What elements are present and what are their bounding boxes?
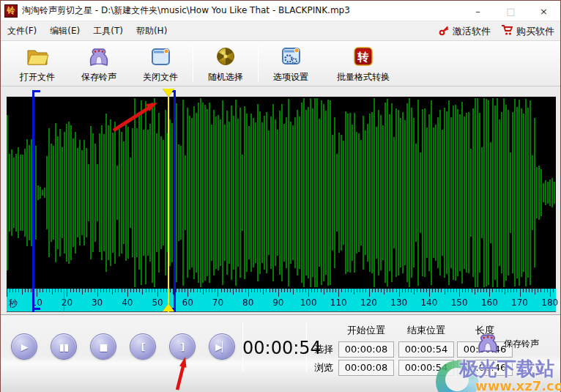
play-selection-icon: ▶▏	[215, 341, 229, 352]
ruler-unit-label: 秒	[9, 297, 18, 310]
close-button[interactable]: ×	[527, 1, 560, 21]
playback-cursor[interactable]	[168, 97, 169, 312]
timeline-ruler[interactable]: 秒 10203040506070809010011012013014015016…	[7, 289, 556, 312]
selection-start-marker[interactable]	[32, 90, 34, 312]
close-file-icon	[149, 45, 172, 70]
header-start-position: 开始位置	[336, 324, 396, 339]
ruler-label: 60	[182, 297, 193, 308]
ruler-label: 80	[242, 297, 253, 308]
stop-button[interactable]: ■	[90, 333, 116, 360]
ruler-label: 120	[360, 297, 377, 308]
ruler-label: 100	[300, 297, 317, 308]
menu-bar: 文件(F) 编辑(E) 工具(T) 帮助(H) 激活软件 购买软件	[1, 21, 560, 41]
selection-end-value: 00:00:54	[398, 341, 454, 358]
mark-end-icon: ]	[181, 341, 185, 352]
menu-file[interactable]: 文件(F)	[1, 22, 43, 40]
buy-software-link[interactable]: 购买软件	[501, 24, 554, 38]
stop-icon: ■	[99, 341, 107, 352]
ruler-label: 90	[272, 297, 283, 308]
bell-icon	[475, 330, 500, 358]
menu-edit[interactable]: 编辑(E)	[43, 22, 86, 40]
close-file-button[interactable]: 关闭文件	[130, 41, 191, 86]
browse-start-value: 00:00:08	[338, 360, 394, 376]
browse-end-value: 00:00:54	[398, 360, 454, 376]
activate-software-link[interactable]: 激活软件	[439, 25, 491, 38]
ruler-label: 140	[420, 297, 437, 308]
convert-icon: 转	[352, 45, 374, 70]
waveform-canvas[interactable]	[7, 97, 556, 289]
toolbar: 打开文件 保存铃声 关闭文件 随机选择 选项设置	[1, 41, 560, 86]
batch-convert-button[interactable]: 转 批量格式转换	[322, 41, 405, 86]
play-icon: ▶	[21, 341, 28, 352]
ruler-label: 110	[330, 297, 347, 308]
menu-tools[interactable]: 工具(T)	[86, 22, 130, 40]
cart-icon	[501, 24, 513, 38]
browse-length-value: 00:00:46	[457, 360, 513, 376]
selection-end-marker[interactable]	[174, 90, 176, 312]
waveform-area[interactable]: 秒 10203040506070809010011012013014015016…	[7, 89, 556, 312]
key-icon	[439, 25, 450, 38]
toolbar-separator	[193, 45, 193, 82]
app-icon: 铃	[4, 4, 18, 18]
header-end-position: 结束位置	[396, 324, 456, 339]
transport-controls: ▶▮▮■[]▶▏	[11, 333, 235, 360]
app-window: 铃 淘淘铃声剪切之星 - D:\新建文件夹\music\How You Like…	[0, 0, 561, 392]
play-selection-button[interactable]: ▶▏	[209, 333, 235, 360]
selection-start-value: 00:00:08	[338, 341, 394, 358]
pause-icon: ▮▮	[59, 341, 68, 352]
mark-end-button[interactable]: ]	[169, 333, 196, 360]
ruler-label: 40	[122, 297, 133, 308]
random-icon	[214, 45, 237, 70]
watermark-site-url: www.xz7.com	[475, 378, 561, 392]
selection-start-arm	[32, 90, 40, 92]
svg-text:转: 转	[357, 51, 369, 64]
mark-start-button[interactable]: [	[130, 333, 156, 360]
options-button[interactable]: 选项设置	[260, 41, 322, 86]
minimize-button[interactable]: –	[461, 1, 494, 21]
toolbar-separator	[258, 45, 259, 82]
ruler-label: 170	[511, 297, 528, 308]
save-ringtone-button[interactable]: 保存铃声	[475, 330, 539, 358]
open-folder-icon	[25, 45, 50, 70]
window-title: 淘淘铃声剪切之星 - D:\新建文件夹\music\How You Like T…	[22, 4, 350, 17]
pause-button[interactable]: ▮▮	[51, 333, 77, 360]
open-file-button[interactable]: 打开文件	[7, 41, 68, 86]
maximize-button: □	[494, 1, 527, 21]
control-panel: ▶▮▮■[]▶▏ 00:00:54 开始位置 结束位置 长度 选择 00:00:…	[1, 314, 560, 392]
random-select-button[interactable]: 随机选择	[195, 41, 256, 86]
cursor-handle-bottom[interactable]	[163, 303, 174, 311]
settings-icon	[279, 45, 302, 70]
ruler-label: 70	[212, 297, 223, 308]
ruler-red-marker	[64, 289, 64, 312]
ruler-label: 30	[92, 297, 103, 308]
menu-help[interactable]: 帮助(H)	[130, 22, 174, 40]
waveform-display[interactable]	[7, 97, 556, 289]
title-bar: 铃 淘淘铃声剪切之星 - D:\新建文件夹\music\How You Like…	[1, 1, 560, 21]
current-time-display: 00:00:54	[242, 338, 307, 358]
cursor-handle-top[interactable]	[163, 89, 174, 97]
bell-icon	[87, 45, 111, 70]
ruler-label: 130	[390, 297, 407, 308]
play-button[interactable]: ▶	[11, 333, 37, 360]
mark-start-icon: [	[141, 341, 145, 352]
save-ringtone-toolbar-button[interactable]: 保存铃声	[68, 41, 130, 86]
ruler-label: 180	[541, 297, 558, 308]
ruler-label: 50	[152, 297, 163, 308]
selection-start-arm	[32, 308, 40, 310]
ruler-label: 150	[451, 297, 468, 308]
row-label-selection: 选择	[310, 343, 336, 356]
ruler-label: 160	[481, 297, 498, 308]
row-label-browse: 浏览	[310, 361, 336, 374]
